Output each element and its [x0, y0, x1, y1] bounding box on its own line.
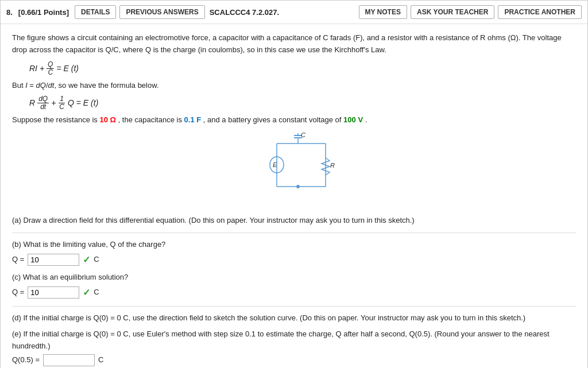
part-b-label: (b) What is the limiting value, Q of the… [12, 239, 576, 251]
formula-2: R dQ dt + 1 C Q = E (t) [29, 95, 576, 111]
part-e-input[interactable] [43, 354, 95, 366]
part-d: (d) If the initial charge is Q(0) = 0 C,… [12, 312, 576, 324]
but-line: But I = dQ/dt, so we have the formula be… [12, 80, 576, 92]
part-c-input[interactable] [28, 286, 79, 299]
part-c-checkmark: ✓ [83, 285, 90, 300]
header-bar: 8. [0.66/1 Points] DETAILS PREVIOUS ANSW… [1, 1, 587, 24]
part-c-prefix: Q = [12, 286, 24, 299]
suppose-line: Suppose the resistance is 10 Ω , the cap… [12, 114, 576, 126]
suppose-suffix: . [365, 115, 368, 124]
svg-text:E: E [273, 161, 277, 168]
assignment-code: SCALCCC4 7.2.027. [210, 8, 279, 17]
formula2-r: R [29, 96, 35, 109]
part-e: (e) If the initial charge is Q(0) = 0 C,… [12, 328, 576, 366]
formula2-frac-dq: dQ dt [37, 95, 49, 111]
part-c: (c) What is an equilibrium solution? Q =… [12, 272, 576, 300]
svg-point-12 [296, 185, 300, 188]
part-c-label: (c) What is an equilibrium solution? [12, 272, 576, 284]
part-e-label: (e) If the initial charge is Q(0) = 0 C,… [12, 328, 576, 352]
svg-text:C: C [301, 132, 305, 138]
right-buttons: MY NOTES ASK YOUR TEACHER PRACTICE ANOTH… [359, 5, 582, 19]
svg-text:R: R [330, 162, 335, 169]
part-c-answer-row: Q = ✓ C [12, 285, 576, 300]
part-b: (b) What is the limiting value, Q of the… [12, 239, 576, 267]
problem-number: 8. [6, 8, 13, 17]
formula2-frac-1c: 1 C [58, 95, 65, 111]
formula-1: RI + Q C = E (t) [29, 61, 576, 76]
part-d-label: (d) If the initial charge is Q(0) = 0 C,… [12, 313, 525, 322]
content-area: The figure shows a circuit containing an… [1, 24, 587, 368]
part-b-prefix: Q = [12, 254, 24, 266]
part-b-suffix: C [94, 254, 99, 266]
part-e-suffix: C [98, 354, 103, 366]
part-e-answer-row: Q(0.5) = C [12, 354, 576, 366]
voltage-value: 100 V [343, 115, 363, 124]
divider-a [12, 233, 576, 233]
divider-c [12, 306, 576, 307]
practice-another-button[interactable]: PRACTICE ANOTHER [498, 5, 582, 19]
formula1-frac: Q C [47, 61, 54, 76]
points-label: [0.66/1 Points] [18, 8, 69, 17]
suppose-prefix: Suppose the resistance is [12, 115, 98, 124]
part-e-prefix: Q(0.5) = [12, 354, 40, 366]
part-c-suffix: C [94, 286, 99, 299]
part-b-input[interactable] [28, 254, 79, 266]
part-b-answer-row: Q = ✓ C [12, 253, 576, 268]
resistance-value: 10 Ω [100, 115, 117, 124]
formula1-eq: = E (t) [56, 62, 79, 75]
part-a: (a) Draw a direction field for this diff… [12, 215, 576, 227]
ask-teacher-button[interactable]: ASK YOUR TEACHER [411, 5, 494, 19]
suppose-mid1: , the capacitance is [118, 115, 182, 124]
circuit-svg: C R E [237, 132, 351, 207]
suppose-mid2: , and a battery gives a constant voltage… [203, 115, 342, 124]
formula2-plus: + [51, 96, 56, 109]
my-notes-button[interactable]: MY NOTES [359, 5, 407, 19]
previous-answers-button[interactable]: PREVIOUS ANSWERS [119, 5, 204, 19]
part-a-label: (a) Draw a direction field for this diff… [12, 216, 415, 224]
formula1-ri: RI + [29, 62, 44, 75]
formula2-q: Q = E (t) [68, 96, 98, 109]
circuit-diagram: C R E [12, 132, 576, 207]
problem-intro: The figure shows a circuit containing an… [12, 32, 576, 56]
capacitance-value: 0.1 F [184, 115, 202, 124]
details-button[interactable]: DETAILS [75, 5, 116, 19]
part-b-checkmark: ✓ [83, 253, 90, 268]
